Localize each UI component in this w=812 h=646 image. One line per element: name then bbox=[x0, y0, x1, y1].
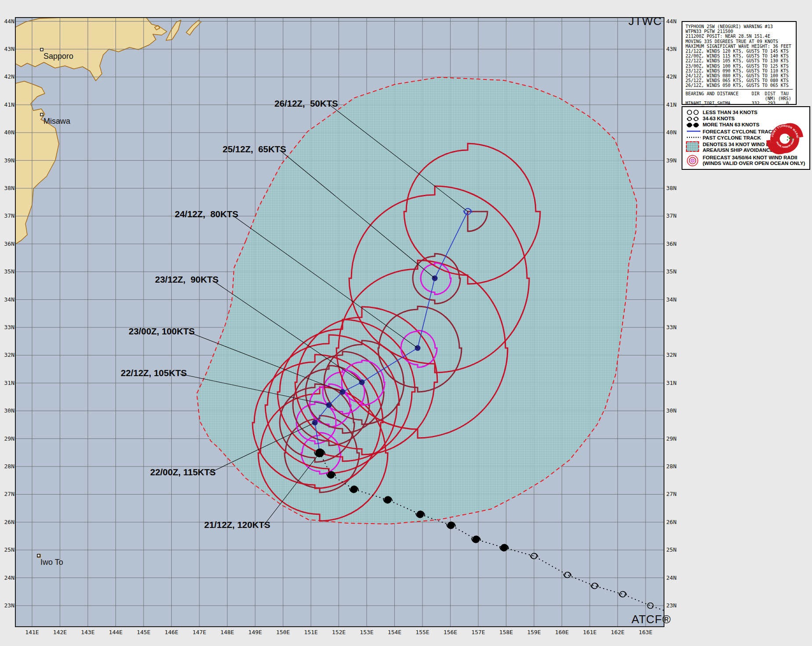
longitude-label: 142E bbox=[53, 629, 67, 635]
latitude-label-left: 43N bbox=[4, 46, 14, 52]
legend-row-forecast-track: FORECAST CYCLONE TRACK bbox=[686, 129, 776, 135]
longitude-label: 151E bbox=[304, 629, 318, 635]
longitude-label: 149E bbox=[248, 629, 262, 635]
longitude-label: 146E bbox=[165, 629, 178, 635]
longitude-label: 158E bbox=[499, 629, 513, 635]
longitude-label: 162E bbox=[611, 629, 624, 635]
latitude-label-left: 26N bbox=[4, 519, 14, 525]
latitude-label-left: 24N bbox=[4, 574, 14, 581]
longitude-label: 160E bbox=[555, 629, 569, 635]
legend-label: LESS THAN 34 KNOTS bbox=[703, 109, 758, 115]
latitude-label-left: 39N bbox=[4, 157, 14, 164]
latitude-label-right: 37N bbox=[666, 212, 676, 219]
latitude-label-right: 27N bbox=[666, 491, 676, 497]
latitude-label-left: 38N bbox=[4, 185, 14, 191]
latitude-label-right: 30N bbox=[666, 407, 676, 414]
atcf-warning-graphic: 21/12Z, 120KTS22/00Z, 115KTS22/12Z, 105K… bbox=[0, 0, 812, 646]
latitude-label-left: 30N bbox=[4, 407, 14, 414]
forecast-point-label: 24/12Z, 80KTS bbox=[175, 209, 238, 219]
longitude-label: 155E bbox=[415, 629, 429, 635]
jtwc-credit: JTWC bbox=[628, 14, 662, 28]
latitude-label-left: 31N bbox=[4, 380, 14, 386]
warning-info-panel: TYPHOON 25W (NEOGURI) WARNING #13 WTPN33… bbox=[682, 21, 797, 105]
latitude-label-left: 40N bbox=[4, 129, 14, 136]
longitude-label: 141E bbox=[25, 629, 39, 635]
longitude-label: 163E bbox=[639, 629, 652, 635]
latitude-label-right: 43N bbox=[666, 46, 676, 52]
legend-row-less34: LESS THAN 34 KNOTS bbox=[686, 109, 758, 115]
latitude-label-right: 41N bbox=[666, 101, 676, 108]
latitude-label-right: 28N bbox=[666, 463, 676, 470]
longitude-label: 148E bbox=[220, 629, 234, 635]
longitude-label: 143E bbox=[81, 629, 94, 635]
info-divider bbox=[686, 89, 793, 90]
wind-radii-icon bbox=[686, 154, 703, 167]
forecast-point-label: 23/12Z, 90KTS bbox=[155, 274, 219, 284]
legend-label: 34-63 KNOTS bbox=[703, 115, 735, 122]
latitude-label-right: 36N bbox=[666, 240, 676, 247]
forecast-point-label: 26/12Z, 50KTS bbox=[274, 98, 338, 108]
logo-eye bbox=[780, 134, 790, 144]
latitude-label-right: 32N bbox=[666, 352, 676, 358]
city-marker bbox=[40, 113, 43, 116]
latitude-label-left: 35N bbox=[4, 268, 14, 275]
past-track-line-icon bbox=[686, 135, 703, 140]
longitude-label: 159E bbox=[527, 629, 541, 635]
legend-row-more63: MORE THAN 63 KNOTS bbox=[686, 122, 759, 129]
latitude-label-left: 34N bbox=[4, 296, 14, 303]
latitude-label-right: 38N bbox=[666, 185, 676, 191]
longitude-label: 156E bbox=[444, 629, 457, 635]
longitude-label: 145E bbox=[137, 629, 150, 635]
latitude-label-left: 36N bbox=[4, 240, 14, 247]
legend-label: PAST CYCLONE TRACK bbox=[703, 135, 761, 141]
forecast-point-label: 22/00Z, 115KTS bbox=[150, 467, 216, 477]
latitude-label-right: 26N bbox=[666, 519, 676, 525]
longitude-label: 153E bbox=[360, 629, 373, 635]
danger-area-swatch-icon bbox=[686, 141, 703, 152]
jtwc-logo: JOINT TYPHOON WARNING CENTER PEARL HARBO… bbox=[763, 117, 807, 161]
latitude-label-right: 35N bbox=[666, 268, 676, 275]
latitude-label-right: 42N bbox=[666, 73, 676, 80]
longitude-label: 147E bbox=[192, 629, 206, 635]
city-marker bbox=[37, 554, 40, 557]
open-circle-icon bbox=[686, 109, 703, 115]
latitude-label-left: 37N bbox=[4, 212, 14, 219]
latitude-label-left: 44N bbox=[4, 18, 14, 25]
latitude-label-left: 25N bbox=[4, 546, 14, 553]
latitude-label-left: 41N bbox=[4, 101, 14, 108]
latitude-label-right: 29N bbox=[666, 435, 676, 442]
longitude-label: 157E bbox=[471, 629, 485, 635]
typhoon-filled-icon bbox=[686, 122, 703, 129]
bearing-distance-table: BEARING AND DISTANCE DIR DIST TAU (NM) (… bbox=[686, 91, 791, 106]
latitude-label-right: 33N bbox=[666, 324, 676, 330]
latitude-label-right: 25N bbox=[666, 546, 676, 553]
place-label: Sapporo bbox=[43, 52, 73, 61]
legend-panel: LESS THAN 34 KNOTS 34-63 KNOTS MORE THAN… bbox=[682, 106, 810, 170]
latitude-label-right: 40N bbox=[666, 129, 676, 136]
legend-row-past-track: PAST CYCLONE TRACK bbox=[686, 135, 761, 141]
warning-text: TYPHOON 25W (NEOGURI) WARNING #13 WTPN33… bbox=[686, 24, 791, 88]
legend-label: MORE THAN 63 KNOTS bbox=[703, 122, 759, 128]
forecast-point-label: 22/12Z, 105KTS bbox=[121, 368, 187, 378]
longitude-label: 152E bbox=[332, 629, 346, 635]
longitude-label: 161E bbox=[583, 629, 596, 635]
latitude-label-right: 34N bbox=[666, 296, 676, 303]
latitude-label-right: 23N bbox=[666, 602, 676, 609]
longitude-label: 144E bbox=[109, 629, 123, 635]
city-marker bbox=[40, 48, 43, 51]
forecast-point-label: 25/12Z, 65KTS bbox=[223, 144, 286, 154]
latitude-label-left: 32N bbox=[4, 352, 14, 358]
latitude-label-right: 39N bbox=[666, 157, 676, 164]
latitude-label-left: 28N bbox=[4, 463, 14, 470]
longitude-label: 154E bbox=[388, 629, 401, 635]
latitude-label-left: 42N bbox=[4, 73, 14, 80]
latitude-label-left: 27N bbox=[4, 491, 14, 497]
latitude-label-right: 24N bbox=[666, 574, 676, 581]
forecast-track-line-icon bbox=[686, 129, 703, 134]
forecast-point-label: 23/00Z, 100KTS bbox=[129, 326, 195, 336]
place-label: Misawa bbox=[43, 117, 71, 126]
longitude-label: 150E bbox=[276, 629, 290, 635]
place-label: Iwo To bbox=[40, 558, 63, 567]
latitude-label-right: 44N bbox=[666, 18, 676, 25]
latitude-label-left: 23N bbox=[4, 602, 14, 609]
